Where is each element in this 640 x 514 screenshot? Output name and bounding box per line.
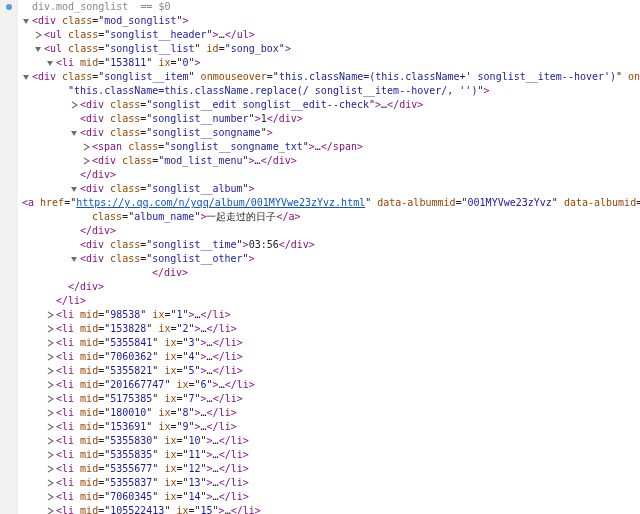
- expand-closed-icon[interactable]: [46, 395, 54, 403]
- node-div-album-close[interactable]: </div>: [22, 224, 640, 238]
- node-li-first[interactable]: <li mid="153811" ix="0">: [22, 56, 640, 70]
- expand-closed-icon[interactable]: [46, 465, 54, 473]
- node-li-item[interactable]: <li mid="98538" ix="1">…</li>: [22, 308, 640, 322]
- expand-closed-icon[interactable]: [46, 325, 54, 333]
- node-li-item[interactable]: <li mid="201667747" ix="6">…</li>: [22, 378, 640, 392]
- expand-open-icon[interactable]: [22, 73, 30, 81]
- node-div-number[interactable]: <div class="songlist__number">1</div>: [22, 112, 640, 126]
- node-li-item[interactable]: <li mid="153828" ix="2">…</li>: [22, 322, 640, 336]
- expand-open-icon[interactable]: [34, 45, 42, 53]
- node-div-songname[interactable]: <div class="songlist__songname">: [22, 126, 640, 140]
- breakpoint-dot[interactable]: [6, 4, 12, 10]
- node-li-item[interactable]: <li mid="5175385" ix="7">…</li>: [22, 392, 640, 406]
- node-a-album-open[interactable]: <a href="https://y.qq.com/n/yqq/album/00…: [22, 196, 640, 210]
- selector-breadcrumb: div.mod_songlist: [32, 1, 128, 12]
- node-div-songlist_item-cont[interactable]: "this.className=this.className.replace(/…: [22, 84, 640, 98]
- node-li-item[interactable]: <li mid="7060345" ix="14">…</li>: [22, 490, 640, 504]
- expand-closed-icon[interactable]: [46, 451, 54, 459]
- dom-tree[interactable]: div.mod_songlist == $0<div class="mod_so…: [22, 0, 640, 514]
- expand-closed-icon[interactable]: [46, 409, 54, 417]
- node-a-album-cont[interactable]: class="album_name">一起走过的日子</a>: [22, 210, 640, 224]
- expand-closed-icon[interactable]: [46, 311, 54, 319]
- expand-closed-icon[interactable]: [46, 381, 54, 389]
- expand-closed-icon[interactable]: [46, 367, 54, 375]
- node-div-mod_songlist[interactable]: <div class="mod_songlist">: [22, 14, 640, 28]
- expand-open-icon[interactable]: [70, 185, 78, 193]
- expand-closed-icon[interactable]: [46, 353, 54, 361]
- expand-open-icon[interactable]: [70, 129, 78, 137]
- expand-closed-icon[interactable]: [34, 31, 42, 39]
- node-li-item[interactable]: <li mid="5355841" ix="3">…</li>: [22, 336, 640, 350]
- node-li-item[interactable]: <li mid="5355837" ix="13">…</li>: [22, 476, 640, 490]
- node-div-edit[interactable]: <div class="songlist__edit songlist__edi…: [22, 98, 640, 112]
- node-ul-header[interactable]: <ul class="songlist__header">…</ul>: [22, 28, 640, 42]
- node-li-item[interactable]: <li mid="5355830" ix="10">…</li>: [22, 434, 640, 448]
- node-li-item[interactable]: <li mid="5355835" ix="11">…</li>: [22, 448, 640, 462]
- selected-node-header[interactable]: div.mod_songlist == $0: [22, 0, 640, 14]
- node-ul-songbox[interactable]: <ul class="songlist__list" id="song_box"…: [22, 42, 640, 56]
- node-div-mod_list_menu[interactable]: <div class="mod_list_menu">…</div>: [22, 154, 640, 168]
- expand-open-icon[interactable]: [22, 17, 30, 25]
- node-span-songname_txt[interactable]: <span class="songlist__songname_txt">…</…: [22, 140, 640, 154]
- expand-closed-icon[interactable]: [70, 101, 78, 109]
- gutter: [0, 0, 18, 514]
- expand-closed-icon[interactable]: [82, 157, 90, 165]
- expand-closed-icon[interactable]: [46, 339, 54, 347]
- expand-closed-icon[interactable]: [46, 437, 54, 445]
- node-div-songlist_item-close[interactable]: </div>: [22, 280, 640, 294]
- node-div-time[interactable]: <div class="songlist__time">03:56</div>: [22, 238, 640, 252]
- expand-open-icon[interactable]: [46, 59, 54, 67]
- node-li-item[interactable]: <li mid="7060362" ix="4">…</li>: [22, 350, 640, 364]
- node-div-other[interactable]: <div class="songlist__other">: [22, 252, 640, 266]
- node-div-album[interactable]: <div class="songlist__album">: [22, 182, 640, 196]
- expand-closed-icon[interactable]: [46, 423, 54, 431]
- node-li-item[interactable]: <li mid="153691" ix="9">…</li>: [22, 420, 640, 434]
- expand-closed-icon[interactable]: [46, 493, 54, 501]
- node-li-item[interactable]: <li mid="5355677" ix="12">…</li>: [22, 462, 640, 476]
- expand-open-icon[interactable]: [70, 255, 78, 263]
- node-li-item[interactable]: <li mid="5355821" ix="5">…</li>: [22, 364, 640, 378]
- expand-closed-icon[interactable]: [46, 507, 54, 514]
- node-div-songlist_item-open[interactable]: <div class="songlist__item" onmouseover=…: [22, 70, 640, 84]
- expand-closed-icon[interactable]: [46, 479, 54, 487]
- node-div-songname-close[interactable]: </div>: [22, 168, 640, 182]
- node-div-other-inner-close[interactable]: </div>: [22, 266, 640, 280]
- node-li-item[interactable]: <li mid="180010" ix="8">…</li>: [22, 406, 640, 420]
- node-li-first-close[interactable]: </li>: [22, 294, 640, 308]
- node-li-item[interactable]: <li mid="105522413" ix="15">…</li>: [22, 504, 640, 514]
- expand-closed-icon[interactable]: [82, 143, 90, 151]
